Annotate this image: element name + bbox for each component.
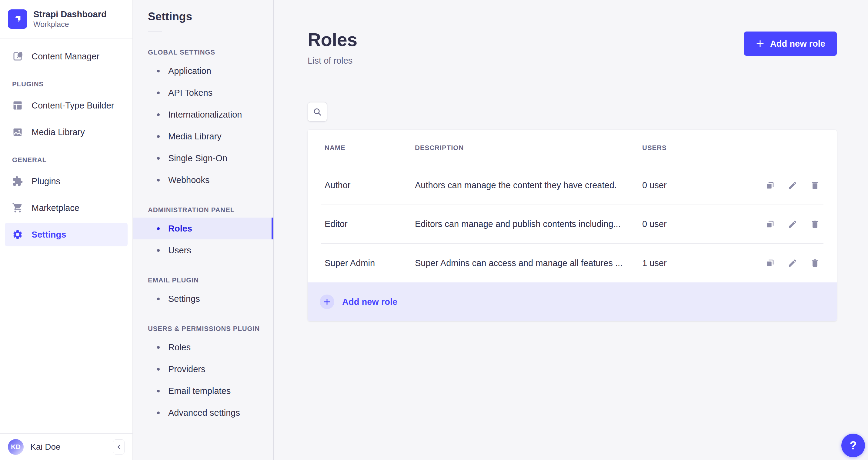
sidebar-item-media-library[interactable]: Media Library [5, 120, 128, 144]
delete-icon [810, 181, 820, 190]
delete-icon [810, 219, 820, 229]
subnav-item-label: Webhooks [168, 175, 210, 185]
subnav-item-label: Email templates [168, 386, 230, 396]
subnav-item-email-settings[interactable]: Settings [133, 288, 273, 310]
bullet-icon [157, 157, 160, 160]
subnav-group-email-plugin: EMAIL PLUGIN [133, 276, 273, 284]
user-name: Kai Doe [30, 442, 106, 452]
table-footer-add-role[interactable]: Add new role [308, 282, 837, 321]
page-title-block: Roles List of roles [308, 29, 357, 66]
role-users-count: 0 user [642, 180, 765, 190]
footer-add-role-label: Add new role [342, 297, 397, 307]
duplicate-role-button[interactable] [765, 219, 775, 229]
delete-role-button[interactable] [810, 258, 820, 268]
table-header-row: NAME DESCRIPTION USERS [321, 130, 824, 166]
edit-icon [788, 219, 797, 229]
bullet-icon [157, 390, 160, 392]
delete-role-button[interactable] [810, 181, 820, 190]
subnav-group-users-permissions-plugin: USERS & PERMISSIONS PLUGIN [133, 325, 273, 333]
page-title: Roles [308, 29, 357, 50]
bullet-icon [157, 346, 160, 349]
subnav-item-api-tokens[interactable]: API Tokens [133, 82, 273, 104]
subnav-item-roles[interactable]: Roles [133, 218, 273, 239]
sidebar-item-label: Marketplace [32, 203, 80, 213]
subnav-item-label: Providers [168, 364, 206, 374]
duplicate-icon [765, 181, 775, 190]
subnav-divider [148, 32, 162, 32]
subnav-item-label: Roles [168, 224, 192, 234]
duplicate-role-button[interactable] [765, 258, 775, 268]
delete-icon [810, 258, 820, 268]
role-description: Super Admins can access and manage all f… [415, 258, 642, 268]
subnav-item-label: Internationalization [168, 110, 242, 120]
brand: Strapi Dashboard Workplace [0, 0, 132, 38]
sidebar-item-marketplace[interactable]: Marketplace [5, 196, 128, 220]
subnav-item-users[interactable]: Users [133, 239, 273, 261]
add-new-role-label: Add new role [770, 39, 825, 49]
subnav-item-up-roles[interactable]: Roles [133, 336, 273, 358]
search-button[interactable] [308, 102, 327, 122]
row-actions [765, 181, 820, 190]
row-actions [765, 258, 820, 268]
sidebar-item-label: Settings [32, 230, 66, 240]
marketplace-icon [12, 203, 23, 213]
edit-role-button[interactable] [788, 219, 797, 229]
role-description: Editors can manage and publish contents … [415, 219, 642, 229]
workspace-name: Workplace [33, 20, 107, 29]
delete-role-button[interactable] [810, 219, 820, 229]
brand-text: Strapi Dashboard Workplace [33, 9, 107, 29]
strapi-dashboard-app: Strapi Dashboard Workplace Content Manag… [0, 0, 868, 460]
subnav-item-providers[interactable]: Providers [133, 358, 273, 380]
bullet-icon [157, 249, 160, 252]
bullet-icon [157, 70, 160, 72]
add-new-role-button[interactable]: Add new role [744, 32, 837, 56]
subnav-item-internationalization[interactable]: Internationalization [133, 104, 273, 125]
edit-role-button[interactable] [788, 258, 797, 268]
subnav-item-webhooks[interactable]: Webhooks [133, 169, 273, 191]
table-row[interactable]: Editor Editors can manage and publish co… [321, 205, 824, 244]
subnav-item-label: Application [168, 66, 211, 76]
subnav-item-advanced-settings[interactable]: Advanced settings [133, 402, 273, 424]
sidebar-item-content-manager[interactable]: Content Manager [5, 44, 128, 68]
bullet-icon [157, 113, 160, 116]
sidebar-section-plugins: PLUGINS [5, 80, 128, 88]
role-users-count: 1 user [642, 258, 765, 268]
content-manager-icon [12, 51, 23, 62]
sidebar-item-label: Plugins [32, 176, 60, 186]
duplicate-role-button[interactable] [765, 181, 775, 190]
help-button[interactable]: ? [841, 434, 865, 457]
sidebar-section-general: GENERAL [5, 156, 128, 164]
sidebar-item-label: Content Manager [32, 52, 99, 62]
sidebar-item-plugins[interactable]: Plugins [5, 170, 128, 193]
subnav-item-application[interactable]: Application [133, 60, 273, 82]
bullet-icon [157, 368, 160, 371]
bullet-icon [157, 92, 160, 94]
settings-icon [12, 229, 23, 240]
subnav-item-label: Settings [168, 294, 200, 304]
sidebar-item-label: Media Library [32, 127, 85, 137]
subnav-item-single-sign-on[interactable]: Single Sign-On [133, 147, 273, 169]
subnav-group-global-settings: GLOBAL SETTINGS [133, 49, 273, 56]
role-name: Super Admin [324, 258, 415, 268]
question-mark-icon: ? [849, 439, 857, 452]
plus-icon [755, 39, 765, 48]
edit-role-button[interactable] [788, 181, 797, 190]
table-row[interactable]: Author Authors can manage the content th… [321, 166, 824, 205]
column-header-name: NAME [324, 144, 415, 152]
subnav-group-administration-panel: ADMINISTRATION PANEL [133, 206, 273, 214]
row-actions [765, 219, 820, 229]
column-header-users: USERS [642, 144, 820, 152]
subnav-item-media-library[interactable]: Media Library [133, 125, 273, 147]
roles-table-card: NAME DESCRIPTION USERS Author Authors ca… [308, 130, 837, 321]
plugins-icon [12, 176, 23, 187]
app-title: Strapi Dashboard [33, 9, 107, 19]
table-row[interactable]: Super Admin Super Admins can access and … [321, 244, 824, 282]
subnav-item-email-templates[interactable]: Email templates [133, 380, 273, 402]
sidebar-item-settings[interactable]: Settings [5, 223, 128, 246]
bullet-icon [157, 298, 160, 300]
sidebar-item-content-type-builder[interactable]: Content-Type Builder [5, 94, 128, 117]
subnav-item-label: Single Sign-On [168, 153, 227, 163]
subnav-title: Settings [133, 10, 273, 23]
content-type-builder-icon [12, 100, 23, 111]
collapse-sidebar-button[interactable] [113, 439, 125, 455]
